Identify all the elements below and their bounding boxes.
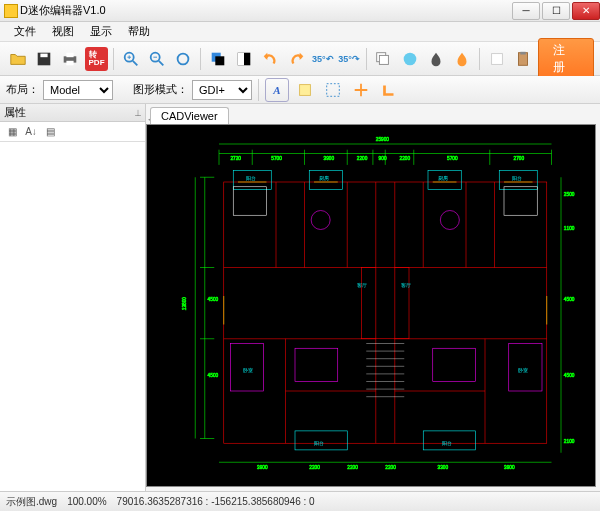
svg-text:2100: 2100 [564, 439, 575, 444]
mode-label: 图形模式： [133, 82, 188, 97]
register-button[interactable]: 注 册 [538, 38, 595, 80]
text-tool-button[interactable]: A [265, 78, 289, 102]
menu-file[interactable]: 文件 [6, 22, 44, 41]
svg-text:阳台: 阳台 [246, 175, 256, 181]
svg-rect-1 [40, 53, 47, 57]
corner-button[interactable] [377, 78, 401, 102]
clipboard-button[interactable] [511, 47, 534, 71]
minimize-button[interactable]: ─ [512, 2, 540, 20]
status-file: 示例图.dwg [6, 495, 57, 509]
pin-icon[interactable]: ⟂ [135, 107, 141, 118]
cad-canvas[interactable]: 25900 2720 5700 3900 2200 900 2200 5700 … [146, 124, 596, 487]
svg-rect-67 [224, 182, 547, 443]
panel-az-icon[interactable]: A↓ [23, 124, 39, 140]
svg-point-96 [440, 211, 459, 230]
svg-rect-18 [380, 55, 389, 64]
zoom-out-button[interactable] [145, 47, 168, 71]
status-bar: 示例图.dwg 100.00% 79016.3635287316 : -1562… [0, 491, 600, 511]
layout-label: 布局： [6, 82, 39, 97]
display-mode-button[interactable] [206, 47, 229, 71]
svg-rect-4 [67, 60, 74, 65]
svg-text:5700: 5700 [271, 156, 282, 161]
blank-button[interactable] [485, 47, 508, 71]
tab-cadviewer[interactable]: CADViewer [150, 107, 229, 124]
svg-text:2200: 2200 [400, 156, 411, 161]
svg-text:5700: 5700 [447, 156, 458, 161]
svg-text:2500: 2500 [564, 192, 575, 197]
menu-display[interactable]: 显示 [82, 22, 120, 41]
status-coords: 79016.3635287316 : -156215.385680946 : 0 [117, 496, 315, 507]
select-button[interactable] [321, 78, 345, 102]
save-button[interactable] [32, 47, 55, 71]
panel-cat-icon[interactable]: ▤ [42, 124, 58, 140]
svg-text:2720: 2720 [230, 156, 241, 161]
secondary-toolbar: 布局： Model 图形模式： GDI+ A [0, 76, 600, 104]
panel-toolbar: ▦ A↓ ▤ [0, 122, 145, 142]
menu-help[interactable]: 帮助 [120, 22, 158, 41]
svg-text:4500: 4500 [564, 373, 575, 378]
svg-line-6 [133, 60, 138, 65]
svg-text:3300: 3300 [438, 465, 449, 470]
svg-text:3900: 3900 [504, 465, 515, 470]
svg-text:2200: 2200 [357, 156, 368, 161]
svg-rect-98 [504, 187, 537, 216]
menu-view[interactable]: 视图 [44, 22, 82, 41]
svg-rect-3 [67, 52, 74, 57]
app-title: D迷你编辑器V1.0 [20, 3, 106, 18]
svg-text:4500: 4500 [208, 373, 219, 378]
maximize-button[interactable]: ☐ [542, 2, 570, 20]
rotate-left-button[interactable]: 35°↶ [311, 47, 334, 71]
close-button[interactable]: ✕ [572, 2, 600, 20]
graphics-mode-select[interactable]: GDI+ [192, 80, 252, 100]
move-button[interactable] [349, 78, 373, 102]
svg-text:卧室: 卧室 [518, 367, 528, 373]
panel-sort-icon[interactable]: ▦ [4, 124, 20, 140]
svg-rect-21 [518, 52, 527, 65]
svg-text:900: 900 [379, 156, 387, 161]
svg-rect-16 [238, 52, 244, 65]
svg-rect-14 [215, 56, 224, 65]
window-controls: ─ ☐ ✕ [510, 2, 600, 20]
svg-rect-22 [520, 51, 525, 54]
svg-point-19 [403, 52, 416, 65]
svg-text:3900: 3900 [257, 465, 268, 470]
svg-rect-20 [491, 53, 502, 64]
layout-select[interactable]: Model [43, 80, 113, 100]
color-mode-button[interactable] [232, 47, 255, 71]
highlight-button[interactable] [293, 78, 317, 102]
rotate-right-button[interactable]: 35°↷ [338, 47, 361, 71]
open-button[interactable] [6, 47, 29, 71]
svg-rect-90 [362, 268, 410, 339]
pdf-button[interactable]: 转PDF [85, 47, 108, 71]
svg-text:25900: 25900 [376, 137, 390, 142]
svg-point-12 [178, 53, 189, 64]
undo-button[interactable] [259, 47, 282, 71]
layer-button[interactable] [372, 47, 395, 71]
svg-text:客厅: 客厅 [357, 282, 367, 288]
zoom-in-button[interactable] [119, 47, 142, 71]
redo-button[interactable] [285, 47, 308, 71]
svg-point-95 [311, 211, 330, 230]
svg-text:4500: 4500 [208, 297, 219, 302]
globe-button[interactable] [398, 47, 421, 71]
svg-text:2200: 2200 [309, 465, 320, 470]
view-area: ◀ CADViewer 25900 2720 5700 3900 2200 90… [146, 104, 600, 491]
status-zoom: 100.00% [67, 496, 106, 507]
svg-line-10 [159, 60, 164, 65]
svg-rect-97 [233, 187, 266, 216]
svg-text:厨房: 厨房 [438, 175, 448, 181]
zoom-fit-button[interactable] [172, 47, 195, 71]
properties-panel: 属性 ⟂ ▦ A↓ ▤ [0, 104, 146, 491]
svg-text:3900: 3900 [324, 156, 335, 161]
panel-body [0, 142, 145, 491]
flame-icon[interactable] [424, 47, 447, 71]
svg-text:阳台: 阳台 [512, 175, 522, 181]
main-toolbar: 转PDF 35°↶ 35°↷ 注 册 [0, 42, 600, 76]
svg-text:阳台: 阳台 [442, 440, 452, 446]
menu-bar: 文件 视图 显示 帮助 [0, 22, 600, 42]
panel-header: 属性 ⟂ [0, 104, 145, 122]
print-button[interactable] [59, 47, 82, 71]
svg-text:阳台: 阳台 [314, 440, 324, 446]
droplet-icon[interactable] [451, 47, 474, 71]
panel-title: 属性 [4, 105, 26, 120]
